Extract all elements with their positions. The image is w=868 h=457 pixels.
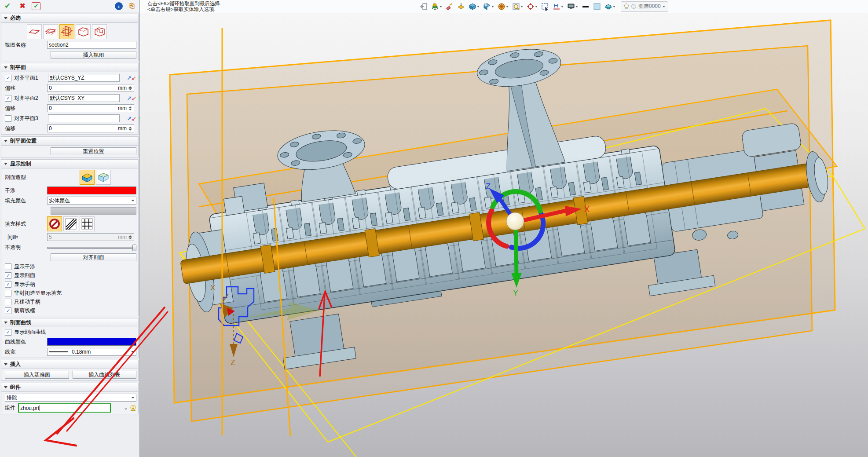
layers-icon[interactable]: [430, 1, 443, 12]
display-control-header[interactable]: 显示控制: [1, 160, 138, 168]
align-section-button[interactable]: 对齐剖面: [51, 253, 136, 261]
offset2-spinner[interactable]: [128, 106, 132, 110]
align-plane2-checkbox[interactable]: ✓: [5, 95, 11, 102]
move-handle-only-checkbox[interactable]: [5, 299, 11, 305]
cancel-icon[interactable]: ✖: [17, 1, 28, 11]
layer-combo-caret[interactable]: [663, 6, 665, 7]
datum-plane-icon[interactable]: [456, 1, 466, 12]
show-interference-checkbox[interactable]: [5, 263, 11, 270]
eraser-icon[interactable]: [445, 1, 454, 12]
move-target-icon[interactable]: [526, 1, 538, 12]
section-component: 组件 排除 组件 zhou.prt ⌄⌄: [1, 383, 139, 414]
swap-direction-icon[interactable]: ↗↙: [127, 116, 136, 121]
opacity-slider[interactable]: [47, 244, 136, 250]
section-plane-title: 剖平面: [10, 64, 26, 71]
fill-color-dropdown[interactable]: 实体颜色: [47, 197, 136, 205]
align-plane3-input[interactable]: [50, 115, 118, 121]
align-plane2-field-wrap: [48, 94, 120, 102]
section-required-header[interactable]: 必选: [1, 14, 138, 23]
display-control-title: 显示控制: [10, 160, 31, 168]
align-plane1-input[interactable]: [50, 75, 118, 81]
layer-combo-label: 图层0000: [638, 3, 661, 10]
fill-style-grid-icon[interactable]: [80, 216, 95, 231]
insert-view-button[interactable]: 插入视图: [51, 51, 136, 59]
triad-origin-ball[interactable]: [506, 212, 524, 230]
component-header[interactable]: 组件: [1, 383, 138, 392]
component-input[interactable]: zhou.prt: [18, 403, 111, 413]
offset3-spinner[interactable]: [128, 127, 132, 131]
align-plane1-checkbox[interactable]: ✓: [5, 75, 11, 81]
swap-direction-icon[interactable]: ↗↙: [127, 95, 136, 101]
show-handles-checkbox[interactable]: ✓: [5, 281, 11, 288]
display-monitor-icon[interactable]: [566, 1, 579, 12]
line-width-icon[interactable]: [581, 1, 590, 12]
trim-wireframe-checkbox[interactable]: ✓: [5, 307, 11, 314]
mini-x-label: X: [210, 284, 215, 292]
opacity-slider-knob[interactable]: [132, 245, 136, 251]
offset1-input[interactable]: [49, 85, 117, 91]
capped-section-icon[interactable]: [80, 170, 95, 185]
zw3d-section-view-window: ✔ ✖ ✔ i ⎘ 必选 视图名称 插入视图: [0, 0, 868, 457]
viewport-toolbar: 图层0000: [419, 1, 668, 12]
show-interference-label: 显示干涉: [14, 263, 35, 271]
plane-type-three-planes-icon[interactable]: [59, 24, 74, 39]
view-name-input[interactable]: [49, 42, 135, 48]
section-shape-label: 剖面造型: [5, 174, 47, 181]
offset1-spinner[interactable]: [128, 86, 132, 90]
graphics-viewport[interactable]: 点击<F6>循环拾取直到最后选择. <单击右键>获取实体输入选项.: [140, 0, 868, 457]
plane-type-box-icon[interactable]: [76, 24, 91, 39]
exit-options-icon[interactable]: ⎘: [126, 1, 138, 11]
curve-color-swatch[interactable]: [47, 338, 136, 346]
bulb-on-icon[interactable]: [624, 3, 629, 10]
triad-x-label: X: [584, 205, 590, 214]
component-mode-dropdown[interactable]: 排除: [5, 394, 136, 402]
ok-icon[interactable]: ✔: [2, 1, 13, 11]
open-section-icon[interactable]: [96, 170, 111, 185]
align-plane2-input[interactable]: [50, 95, 118, 101]
bulb-off-icon[interactable]: [631, 4, 637, 9]
line-width-dropdown[interactable]: 0.18mm: [47, 348, 136, 356]
plane-type-box-cut-icon[interactable]: [92, 24, 107, 39]
fill-style-none-icon[interactable]: [47, 216, 62, 231]
apply-check-icon[interactable]: ✔: [32, 2, 40, 10]
layer-combo[interactable]: 图层0000: [621, 1, 668, 12]
3d-scene[interactable]: X Z: [140, 13, 868, 457]
dimension-h-icon[interactable]: [552, 1, 564, 12]
insert-curve-list-button[interactable]: 插入曲线列表: [73, 371, 137, 379]
expand-list-chevron-icon[interactable]: ⌄⌄: [124, 407, 128, 409]
section-plane-header[interactable]: 剖平面: [1, 63, 138, 72]
open-shape-fill-checkbox[interactable]: [5, 290, 11, 296]
plane-position-header[interactable]: 剖平面位置: [1, 137, 138, 146]
fill-style-hatch-icon[interactable]: [63, 216, 78, 231]
view-name-label: 视图名称: [5, 41, 47, 49]
shaded-cube-icon[interactable]: [468, 1, 480, 12]
swap-direction-icon[interactable]: ↗↙: [127, 75, 136, 81]
align-plane3-checkbox[interactable]: [5, 115, 11, 122]
section-view-options-panel: ✔ ✖ ✔ i ⎘ 必选 视图名称 插入视图: [0, 0, 140, 457]
reset-position-button[interactable]: 重置位置: [51, 147, 136, 155]
plane-type-parallel-icon[interactable]: [43, 24, 58, 39]
section-required: 必选 视图名称 插入视图: [1, 14, 139, 61]
pick-component-icon[interactable]: [130, 405, 136, 411]
plane-type-single-icon[interactable]: [27, 24, 42, 39]
offset3-input[interactable]: [49, 125, 117, 132]
selection-box-icon[interactable]: [540, 1, 550, 12]
exit-door-icon[interactable]: [419, 1, 429, 12]
offset2-input[interactable]: [49, 105, 117, 111]
zoom-document-icon[interactable]: [511, 1, 524, 12]
info-icon[interactable]: i: [115, 2, 123, 10]
material-book-icon[interactable]: [604, 1, 616, 12]
interference-color-swatch[interactable]: [47, 186, 136, 194]
view-face-icon[interactable]: [482, 1, 495, 12]
background-color-icon[interactable]: [592, 1, 602, 12]
show-section-checkbox[interactable]: ✓: [5, 272, 11, 279]
fill-color-label: 填充颜色: [5, 197, 47, 205]
show-section-label: 显示剖面: [14, 272, 35, 279]
offset1-label: 偏移: [5, 84, 47, 92]
insert-datum-button[interactable]: 插入基准面: [5, 371, 69, 379]
align-plane1-field-wrap: [48, 74, 120, 82]
insert-header[interactable]: 插入: [1, 360, 138, 369]
show-section-curve-checkbox[interactable]: ✓: [5, 329, 11, 336]
section-curve-header[interactable]: 剖面曲线: [1, 318, 138, 327]
wheel-pattern-icon[interactable]: [497, 1, 509, 12]
